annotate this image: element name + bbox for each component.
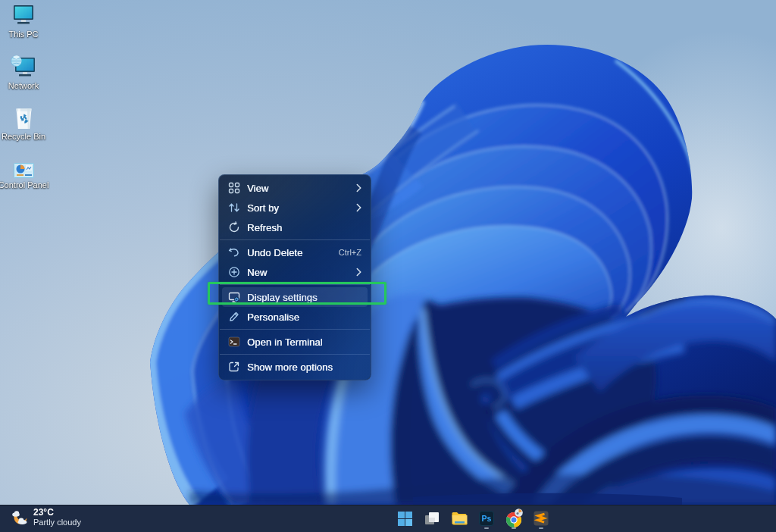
- svg-text:Ps: Ps: [482, 514, 492, 523]
